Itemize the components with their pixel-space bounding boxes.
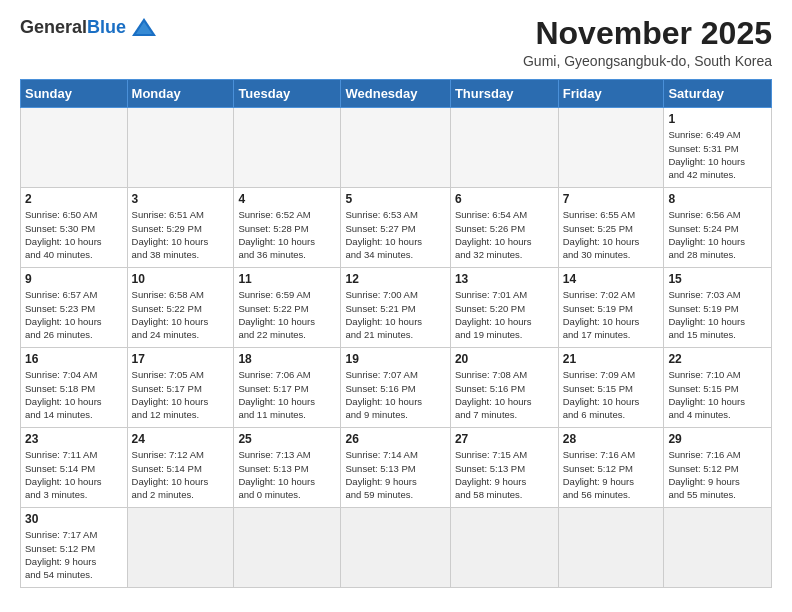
calendar-cell-5-5: 27Sunrise: 7:15 AM Sunset: 5:13 PM Dayli…	[450, 428, 558, 508]
day-info: Sunrise: 7:00 AM Sunset: 5:21 PM Dayligh…	[345, 288, 445, 341]
weekday-header-friday: Friday	[558, 80, 664, 108]
calendar-cell-1-4	[341, 108, 450, 188]
day-info: Sunrise: 6:55 AM Sunset: 5:25 PM Dayligh…	[563, 208, 660, 261]
calendar-cell-4-3: 18Sunrise: 7:06 AM Sunset: 5:17 PM Dayli…	[234, 348, 341, 428]
weekday-header-sunday: Sunday	[21, 80, 128, 108]
calendar-cell-2-7: 8Sunrise: 6:56 AM Sunset: 5:24 PM Daylig…	[664, 188, 772, 268]
day-number: 28	[563, 431, 660, 447]
day-number: 18	[238, 351, 336, 367]
calendar-cell-5-1: 23Sunrise: 7:11 AM Sunset: 5:14 PM Dayli…	[21, 428, 128, 508]
day-info: Sunrise: 7:16 AM Sunset: 5:12 PM Dayligh…	[668, 448, 767, 501]
calendar-cell-3-1: 9Sunrise: 6:57 AM Sunset: 5:23 PM Daylig…	[21, 268, 128, 348]
calendar-cell-3-6: 14Sunrise: 7:02 AM Sunset: 5:19 PM Dayli…	[558, 268, 664, 348]
logo-icon	[130, 16, 158, 38]
day-number: 1	[668, 111, 767, 127]
day-info: Sunrise: 6:50 AM Sunset: 5:30 PM Dayligh…	[25, 208, 123, 261]
calendar-cell-4-5: 20Sunrise: 7:08 AM Sunset: 5:16 PM Dayli…	[450, 348, 558, 428]
day-info: Sunrise: 6:53 AM Sunset: 5:27 PM Dayligh…	[345, 208, 445, 261]
day-info: Sunrise: 6:52 AM Sunset: 5:28 PM Dayligh…	[238, 208, 336, 261]
day-number: 30	[25, 511, 123, 527]
calendar-cell-1-3	[234, 108, 341, 188]
day-number: 15	[668, 271, 767, 287]
day-info: Sunrise: 6:57 AM Sunset: 5:23 PM Dayligh…	[25, 288, 123, 341]
calendar-cell-5-7: 29Sunrise: 7:16 AM Sunset: 5:12 PM Dayli…	[664, 428, 772, 508]
calendar-cell-5-6: 28Sunrise: 7:16 AM Sunset: 5:12 PM Dayli…	[558, 428, 664, 508]
week-row-4: 16Sunrise: 7:04 AM Sunset: 5:18 PM Dayli…	[21, 348, 772, 428]
day-info: Sunrise: 6:49 AM Sunset: 5:31 PM Dayligh…	[668, 128, 767, 181]
day-info: Sunrise: 7:16 AM Sunset: 5:12 PM Dayligh…	[563, 448, 660, 501]
day-number: 29	[668, 431, 767, 447]
calendar-cell-2-1: 2Sunrise: 6:50 AM Sunset: 5:30 PM Daylig…	[21, 188, 128, 268]
day-info: Sunrise: 7:05 AM Sunset: 5:17 PM Dayligh…	[132, 368, 230, 421]
day-number: 17	[132, 351, 230, 367]
weekday-header-wednesday: Wednesday	[341, 80, 450, 108]
calendar-cell-3-3: 11Sunrise: 6:59 AM Sunset: 5:22 PM Dayli…	[234, 268, 341, 348]
day-number: 6	[455, 191, 554, 207]
day-number: 21	[563, 351, 660, 367]
calendar-cell-4-7: 22Sunrise: 7:10 AM Sunset: 5:15 PM Dayli…	[664, 348, 772, 428]
week-row-3: 9Sunrise: 6:57 AM Sunset: 5:23 PM Daylig…	[21, 268, 772, 348]
day-info: Sunrise: 7:08 AM Sunset: 5:16 PM Dayligh…	[455, 368, 554, 421]
calendar-cell-4-1: 16Sunrise: 7:04 AM Sunset: 5:18 PM Dayli…	[21, 348, 128, 428]
week-row-6: 30Sunrise: 7:17 AM Sunset: 5:12 PM Dayli…	[21, 508, 772, 588]
calendar-cell-1-7: 1Sunrise: 6:49 AM Sunset: 5:31 PM Daylig…	[664, 108, 772, 188]
calendar-cell-6-5	[450, 508, 558, 588]
calendar-cell-2-3: 4Sunrise: 6:52 AM Sunset: 5:28 PM Daylig…	[234, 188, 341, 268]
calendar-cell-2-6: 7Sunrise: 6:55 AM Sunset: 5:25 PM Daylig…	[558, 188, 664, 268]
day-number: 10	[132, 271, 230, 287]
title-area: November 2025 Gumi, Gyeongsangbuk-do, So…	[523, 16, 772, 69]
day-number: 22	[668, 351, 767, 367]
calendar-cell-2-2: 3Sunrise: 6:51 AM Sunset: 5:29 PM Daylig…	[127, 188, 234, 268]
day-number: 25	[238, 431, 336, 447]
calendar-cell-1-2	[127, 108, 234, 188]
calendar-cell-1-5	[450, 108, 558, 188]
day-number: 14	[563, 271, 660, 287]
logo-area: General Blue	[20, 16, 158, 38]
day-info: Sunrise: 7:04 AM Sunset: 5:18 PM Dayligh…	[25, 368, 123, 421]
day-info: Sunrise: 7:09 AM Sunset: 5:15 PM Dayligh…	[563, 368, 660, 421]
weekday-header-tuesday: Tuesday	[234, 80, 341, 108]
calendar-cell-1-1	[21, 108, 128, 188]
weekday-header-saturday: Saturday	[664, 80, 772, 108]
day-info: Sunrise: 7:14 AM Sunset: 5:13 PM Dayligh…	[345, 448, 445, 501]
day-number: 16	[25, 351, 123, 367]
calendar-cell-2-5: 6Sunrise: 6:54 AM Sunset: 5:26 PM Daylig…	[450, 188, 558, 268]
calendar-cell-3-4: 12Sunrise: 7:00 AM Sunset: 5:21 PM Dayli…	[341, 268, 450, 348]
weekday-header-row: SundayMondayTuesdayWednesdayThursdayFrid…	[21, 80, 772, 108]
calendar-cell-3-2: 10Sunrise: 6:58 AM Sunset: 5:22 PM Dayli…	[127, 268, 234, 348]
day-number: 8	[668, 191, 767, 207]
day-number: 4	[238, 191, 336, 207]
calendar-cell-6-7	[664, 508, 772, 588]
header: General Blue November 2025 Gumi, Gyeongs…	[20, 16, 772, 69]
day-info: Sunrise: 7:17 AM Sunset: 5:12 PM Dayligh…	[25, 528, 123, 581]
day-number: 7	[563, 191, 660, 207]
calendar-cell-3-5: 13Sunrise: 7:01 AM Sunset: 5:20 PM Dayli…	[450, 268, 558, 348]
calendar-cell-3-7: 15Sunrise: 7:03 AM Sunset: 5:19 PM Dayli…	[664, 268, 772, 348]
day-info: Sunrise: 6:58 AM Sunset: 5:22 PM Dayligh…	[132, 288, 230, 341]
week-row-2: 2Sunrise: 6:50 AM Sunset: 5:30 PM Daylig…	[21, 188, 772, 268]
location-subtitle: Gumi, Gyeongsangbuk-do, South Korea	[523, 53, 772, 69]
day-number: 3	[132, 191, 230, 207]
week-row-5: 23Sunrise: 7:11 AM Sunset: 5:14 PM Dayli…	[21, 428, 772, 508]
calendar-cell-5-2: 24Sunrise: 7:12 AM Sunset: 5:14 PM Dayli…	[127, 428, 234, 508]
day-number: 26	[345, 431, 445, 447]
logo-general-text: General	[20, 17, 87, 38]
calendar-cell-6-6	[558, 508, 664, 588]
day-number: 13	[455, 271, 554, 287]
day-number: 19	[345, 351, 445, 367]
day-info: Sunrise: 7:12 AM Sunset: 5:14 PM Dayligh…	[132, 448, 230, 501]
day-number: 12	[345, 271, 445, 287]
day-info: Sunrise: 6:51 AM Sunset: 5:29 PM Dayligh…	[132, 208, 230, 261]
day-number: 11	[238, 271, 336, 287]
weekday-header-monday: Monday	[127, 80, 234, 108]
day-info: Sunrise: 7:06 AM Sunset: 5:17 PM Dayligh…	[238, 368, 336, 421]
day-info: Sunrise: 6:54 AM Sunset: 5:26 PM Dayligh…	[455, 208, 554, 261]
month-title: November 2025	[523, 16, 772, 51]
calendar-cell-6-3	[234, 508, 341, 588]
calendar-cell-4-4: 19Sunrise: 7:07 AM Sunset: 5:16 PM Dayli…	[341, 348, 450, 428]
day-number: 9	[25, 271, 123, 287]
day-number: 5	[345, 191, 445, 207]
day-info: Sunrise: 6:59 AM Sunset: 5:22 PM Dayligh…	[238, 288, 336, 341]
calendar-cell-4-6: 21Sunrise: 7:09 AM Sunset: 5:15 PM Dayli…	[558, 348, 664, 428]
day-number: 24	[132, 431, 230, 447]
